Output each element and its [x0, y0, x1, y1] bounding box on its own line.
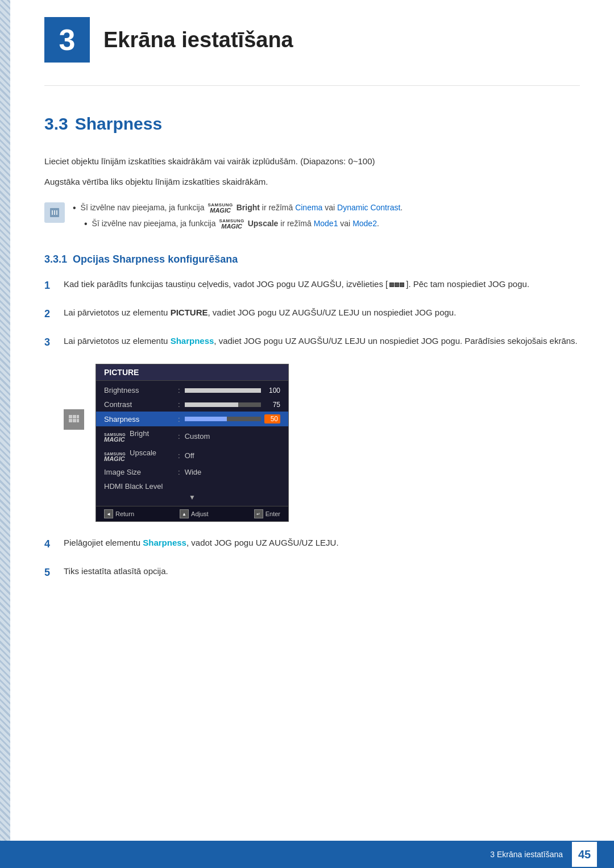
note-icon — [44, 202, 65, 223]
description-1: Lieciet objektu līnijām izskatīties skai… — [44, 154, 580, 169]
step-1-number: 1 — [44, 277, 56, 294]
svg-rect-8 — [73, 419, 76, 422]
adjust-icon: ▲ — [180, 509, 189, 518]
scroll-indicator: ▼ — [96, 493, 288, 504]
subsection-heading: 3.3.1 Opcijas Sharpness konfigurēšana — [44, 254, 580, 265]
step-1: 1 Kad tiek parādīts funkcijas taustiņu c… — [44, 277, 580, 294]
step-2-number: 2 — [44, 305, 56, 322]
step-2-text: Lai pārvietotos uz elementu PICTURE, vad… — [64, 305, 580, 320]
picture-menu-container: PICTURE Brightness : 100 Contrast — [64, 364, 580, 522]
step-3-text: Lai pārvietotos uz elementu Sharpness, v… — [64, 334, 580, 348]
picture-menu: PICTURE Brightness : 100 Contrast — [96, 364, 289, 522]
step-3: 3 Lai pārvietotos uz elementu Sharpness,… — [44, 334, 580, 351]
picture-menu-row-magic-upscale: SAMSUNG MAGIC Upscale : Off — [96, 446, 288, 465]
brand-badge-1: SAMSUNG MAGIC — [208, 203, 233, 214]
page-footer: 3 Ekrāna iestatīšana 45 — [0, 841, 614, 868]
step-5: 5 Tiks iestatīta atlasītā opcija. — [44, 564, 580, 581]
step-4-text: Pielāgojiet elementu Sharpness, vadot JO… — [64, 535, 580, 550]
return-icon: ◄ — [104, 509, 113, 518]
svg-rect-7 — [69, 419, 72, 422]
footer-adjust: ▲ Adjust — [180, 509, 209, 518]
note-bullet-2: Šī izvēlne nav pieejama, ja funkcija SAM… — [84, 217, 403, 231]
picture-menu-row-image-size: Image Size : Wide — [96, 465, 288, 479]
footer-chapter-text: 3 Ekrāna iestatīšana — [490, 850, 563, 859]
picture-menu-row-magic-bright: SAMSUNG MAGIC Bright : Custom — [96, 426, 288, 446]
note-2-text: Šī izvēlne nav pieejama, ja funkcija SAM… — [92, 217, 379, 231]
enter-icon: ↵ — [254, 509, 263, 518]
brand-badge-2: SAMSUNG MAGIC — [219, 219, 244, 230]
step-2: 2 Lai pārvietotos uz elementu PICTURE, v… — [44, 305, 580, 322]
svg-rect-9 — [77, 419, 79, 422]
steps-list-continued: 4 Pielāgojiet elementu Sharpness, vadot … — [44, 535, 580, 581]
picture-menu-row-hdmi: HDMI Black Level — [96, 479, 288, 493]
steps-list: 1 Kad tiek parādīts funkcijas taustiņu c… — [44, 277, 580, 350]
note-bullet-1: Šī izvēlne nav pieejama, ja funkcija SAM… — [73, 201, 403, 215]
footer-enter: ↵ Enter — [254, 509, 280, 518]
chapter-header: 3 Ekrāna iestatīšana — [44, 0, 580, 86]
step-5-text: Tiks iestatīta atlasītā opcija. — [64, 564, 580, 579]
sidebar-accent — [0, 0, 10, 868]
picture-menu-header: PICTURE — [96, 364, 288, 381]
svg-rect-6 — [77, 415, 79, 418]
picture-menu-row-brightness: Brightness : 100 — [96, 383, 288, 397]
step-4: 4 Pielāgojiet elementu Sharpness, vadot … — [44, 535, 580, 553]
picture-menu-row-sharpness: Sharpness : 50 — [96, 412, 288, 426]
footer-page-number: 45 — [572, 842, 597, 867]
picture-menu-footer: ◄ Return ▲ Adjust ↵ Enter — [96, 506, 288, 521]
menu-icon-left — [64, 409, 84, 430]
picture-menu-body: Brightness : 100 Contrast : — [96, 381, 288, 506]
menu-grid-icon — [389, 283, 404, 287]
note-box: Šī izvēlne nav pieejama, ja funkcija SAM… — [44, 201, 580, 233]
step-1-text: Kad tiek parādīts funkcijas taustiņu ceļ… — [64, 277, 580, 292]
section-heading: 3.3Sharpness — [44, 114, 580, 138]
step-3-number: 3 — [44, 334, 56, 351]
footer-return: ◄ Return — [104, 509, 134, 518]
note-bullets: Šī izvēlne nav pieejama, ja funkcija SAM… — [73, 201, 403, 233]
step-5-number: 5 — [44, 564, 56, 581]
step-4-number: 4 — [44, 535, 56, 553]
chapter-number: 3 — [44, 17, 90, 63]
svg-rect-4 — [69, 415, 72, 418]
picture-menu-row-contrast: Contrast : 75 — [96, 397, 288, 412]
note-1-text: Šī izvēlne nav pieejama, ja funkcija SAM… — [81, 201, 403, 215]
chapter-title: Ekrāna iestatīšana — [103, 28, 293, 52]
description-2: Augstāka vērtība liks objektu līnijām iz… — [44, 175, 580, 189]
svg-rect-5 — [73, 415, 76, 418]
